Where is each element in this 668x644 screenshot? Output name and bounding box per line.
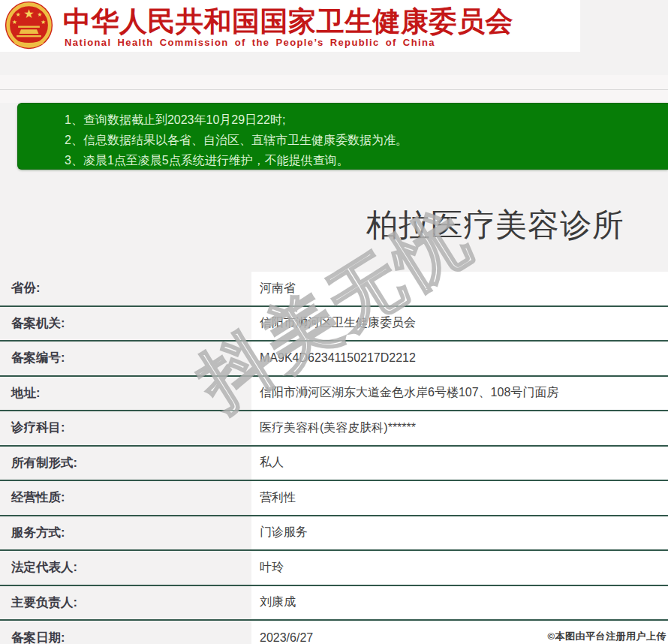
row-label: 省份: bbox=[0, 272, 251, 305]
header-divider bbox=[0, 89, 668, 90]
row-label: 地址: bbox=[0, 377, 251, 411]
upload-attribution-caption: ©本图由平台注册用户上传 bbox=[547, 630, 666, 643]
row-value: 门诊服务 bbox=[251, 516, 668, 550]
row-label: 诊疗科目: bbox=[0, 411, 251, 445]
table-row-address: 地址: 信阳市浉河区湖东大道金色水岸6号楼107、108号门面房 bbox=[0, 377, 668, 412]
row-label: 服务方式: bbox=[0, 516, 251, 550]
row-value: MA9K4D62341150217D2212 bbox=[251, 342, 668, 375]
row-value: 信阳市浉河区湖东大道金色水岸6号楼107、108号门面房 bbox=[251, 377, 668, 411]
table-row-ownership-form: 所有制形式: 私人 bbox=[0, 447, 668, 482]
row-value: 私人 bbox=[251, 447, 668, 480]
svg-text:★: ★ bbox=[12, 19, 17, 26]
query-notice-box: 1、查询数据截止到2023年10月29日22时; 2、信息数据结果以各省、自治区… bbox=[17, 103, 668, 170]
svg-text:★: ★ bbox=[37, 11, 42, 18]
row-label: 主要负责人: bbox=[0, 586, 251, 620]
site-title-english: National Health Commission of the People… bbox=[65, 37, 435, 48]
svg-text:★: ★ bbox=[16, 11, 21, 18]
table-row-filing-authority: 备案机关: 信阳市浉河区卫生健康委员会 bbox=[0, 307, 668, 342]
row-label: 备案日期: bbox=[0, 621, 251, 644]
table-row-principal: 主要负责人: 刘康成 bbox=[0, 586, 668, 621]
national-emblem-icon: ★ ★ ★ ★ ★ bbox=[3, 0, 55, 52]
table-row-filing-number: 备案编号: MA9K4D62341150217D2212 bbox=[0, 342, 668, 377]
row-value: 叶玲 bbox=[251, 551, 668, 585]
row-label: 法定代表人: bbox=[0, 551, 251, 585]
svg-text:★: ★ bbox=[23, 7, 35, 20]
row-label: 所有制形式: bbox=[0, 447, 251, 480]
clinic-name-title: 柏拉医疗美容诊所 bbox=[300, 204, 668, 246]
row-value: 信阳市浉河区卫生健康委员会 bbox=[251, 307, 668, 341]
row-value: 刘康成 bbox=[251, 586, 668, 620]
row-label: 备案机关: bbox=[0, 307, 251, 341]
site-header: ★ ★ ★ ★ ★ 中华人民共和国国家卫生健康委员会 National Heal… bbox=[0, 0, 580, 52]
row-value: 营利性 bbox=[251, 481, 668, 515]
notice-line-1: 1、查询数据截止到2023年10月29日22时; bbox=[65, 110, 660, 130]
site-title-chinese: 中华人民共和国国家卫生健康委员会 bbox=[63, 3, 513, 41]
row-value: 医疗美容科(美容皮肤科)****** bbox=[251, 411, 668, 445]
table-row-treatment-subjects: 诊疗科目: 医疗美容科(美容皮肤科)****** bbox=[0, 411, 668, 447]
notice-line-2: 2、信息数据结果以各省、自治区、直辖市卫生健康委数据为准。 bbox=[65, 130, 660, 150]
svg-text:★: ★ bbox=[41, 19, 46, 26]
row-label: 经营性质: bbox=[0, 481, 251, 515]
notice-line-3: 3、凌晨1点至凌晨5点系统进行维护，不能提供查询。 bbox=[65, 150, 660, 170]
registration-info-table: 省份: 河南省 备案机关: 信阳市浉河区卫生健康委员会 备案编号: MA9K4D… bbox=[0, 272, 668, 644]
row-label: 备案编号: bbox=[0, 342, 251, 375]
row-value: 河南省 bbox=[251, 272, 668, 305]
table-row-legal-representative: 法定代表人: 叶玲 bbox=[0, 551, 668, 586]
table-row-province: 省份: 河南省 bbox=[0, 272, 668, 307]
table-row-business-nature: 经营性质: 营利性 bbox=[0, 481, 668, 516]
table-row-service-mode: 服务方式: 门诊服务 bbox=[0, 516, 668, 552]
